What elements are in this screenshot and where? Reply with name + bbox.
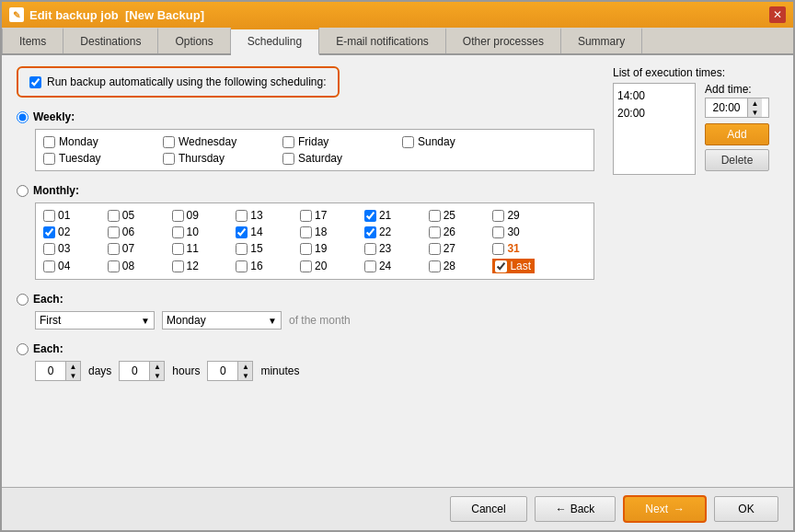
day-friday: Friday xyxy=(282,135,402,148)
cancel-button[interactable]: Cancel xyxy=(450,496,526,522)
tab-items[interactable]: Items xyxy=(2,28,63,53)
tab-email[interactable]: E-mail notifications xyxy=(319,28,446,53)
minutes-spinbox[interactable]: ▲ ▼ xyxy=(207,361,253,381)
month-13: 13 xyxy=(236,209,278,222)
execution-panel: List of execution times: 14:00 20:00 Add… xyxy=(613,66,778,394)
month-20: 20 xyxy=(300,259,342,273)
hours-down-btn[interactable]: ▼ xyxy=(149,371,164,380)
month-24: 24 xyxy=(364,259,407,273)
month-25: 25 xyxy=(429,209,471,222)
monthly-radio-label[interactable]: Monthly: xyxy=(17,184,594,197)
run-backup-container: Run backup automatically using the follo… xyxy=(17,66,340,98)
month-12: 12 xyxy=(172,259,214,273)
day-thursday-checkbox[interactable] xyxy=(163,153,175,165)
day-monday-checkbox[interactable] xyxy=(43,136,55,148)
minutes-up-btn[interactable]: ▲ xyxy=(237,362,252,371)
month-08: 08 xyxy=(108,259,150,273)
month-05: 05 xyxy=(108,209,150,222)
add-button[interactable]: Add xyxy=(705,123,769,145)
month-23: 23 xyxy=(364,242,407,255)
first-dropdown[interactable]: First ▼ xyxy=(35,311,155,330)
delete-button[interactable]: Delete xyxy=(705,149,769,171)
days-input[interactable] xyxy=(36,364,65,378)
each-period-radio-label[interactable]: Each: xyxy=(17,342,594,355)
execution-time-1400: 14:00 xyxy=(617,87,691,105)
add-time-input[interactable] xyxy=(706,100,747,115)
hours-input[interactable] xyxy=(120,364,149,378)
tab-other[interactable]: Other processes xyxy=(446,28,561,53)
month-21: 21 xyxy=(364,209,407,222)
days-down-btn[interactable]: ▼ xyxy=(65,371,80,380)
weekly-radio-label[interactable]: Weekly: xyxy=(17,110,594,123)
execution-time-list[interactable]: 14:00 20:00 xyxy=(613,83,696,175)
month-11: 11 xyxy=(172,242,214,255)
day-sunday: Sunday xyxy=(402,135,522,148)
days-spinbox[interactable]: ▲ ▼ xyxy=(35,361,81,381)
execution-list-label: List of execution times: xyxy=(613,66,778,79)
month-04: 04 xyxy=(43,259,86,273)
minutes-down-btn[interactable]: ▼ xyxy=(237,371,252,380)
day-dropdown[interactable]: Monday ▼ xyxy=(162,311,282,330)
next-button[interactable]: Next → xyxy=(623,495,707,523)
month-02: 02 xyxy=(43,226,86,238)
month-27: 27 xyxy=(429,242,471,255)
tab-summary[interactable]: Summary xyxy=(561,28,642,53)
app-icon: ✎ xyxy=(9,7,24,22)
month-17: 17 xyxy=(300,209,342,222)
months-grid: 01 05 09 13 17 21 25 29 02 06 10 14 xyxy=(35,202,594,280)
month-26: 26 xyxy=(429,226,471,238)
month-last: Last xyxy=(492,259,535,273)
run-backup-checkbox[interactable] xyxy=(29,76,41,88)
minutes-input[interactable] xyxy=(208,364,237,378)
month-03: 03 xyxy=(43,242,86,255)
monthly-section: Monthly: 01 05 09 13 17 21 25 29 xyxy=(17,184,594,280)
month-14: 14 xyxy=(236,226,278,238)
hours-up-btn[interactable]: ▲ xyxy=(149,362,164,371)
month-15: 15 xyxy=(236,242,278,255)
month-01: 01 xyxy=(43,209,86,222)
day-wednesday: Wednesday xyxy=(163,135,282,148)
day-wednesday-checkbox[interactable] xyxy=(163,136,175,148)
month-30: 30 xyxy=(492,226,535,238)
weekly-radio[interactable] xyxy=(17,111,29,123)
days-up-btn[interactable]: ▲ xyxy=(65,362,80,371)
tab-options[interactable]: Options xyxy=(158,28,230,53)
day-friday-checkbox[interactable] xyxy=(282,136,294,148)
tab-scheduling[interactable]: Scheduling xyxy=(231,28,319,55)
month-19: 19 xyxy=(300,242,342,255)
time-down-btn[interactable]: ▼ xyxy=(747,108,762,117)
add-time-spinbox[interactable]: ▲ ▼ xyxy=(705,98,769,118)
day-sunday-checkbox[interactable] xyxy=(402,136,414,148)
next-arrow-icon: → xyxy=(674,503,685,515)
time-up-btn[interactable]: ▲ xyxy=(747,98,762,108)
each-monthly-radio[interactable] xyxy=(17,294,29,306)
first-dropdown-arrow: ▼ xyxy=(141,316,150,326)
month-28: 28 xyxy=(429,259,471,273)
each-period-radio[interactable] xyxy=(17,343,29,355)
each-monthly-radio-label[interactable]: Each: xyxy=(17,293,594,306)
day-monday: Monday xyxy=(43,135,163,148)
month-10: 10 xyxy=(172,226,214,238)
month-06: 06 xyxy=(108,226,150,238)
day-dropdown-arrow: ▼ xyxy=(268,316,277,326)
back-button[interactable]: ← Back xyxy=(535,496,616,522)
month-22: 22 xyxy=(364,226,407,238)
run-backup-label: Run backup automatically using the follo… xyxy=(47,75,327,88)
ok-button[interactable]: OK xyxy=(714,496,778,522)
tab-bar: Items Destinations Options Scheduling E-… xyxy=(2,28,793,55)
close-button[interactable]: ✕ xyxy=(769,6,786,23)
execution-time-2000: 20:00 xyxy=(617,105,691,122)
each-monthly-section: Each: First ▼ Monday ▼ of the month xyxy=(17,293,594,330)
tab-destinations[interactable]: Destinations xyxy=(63,28,158,53)
month-31: 31 xyxy=(492,242,535,255)
day-thursday: Thursday xyxy=(163,152,282,165)
day-tuesday-checkbox[interactable] xyxy=(43,153,55,165)
hours-spinbox[interactable]: ▲ ▼ xyxy=(119,361,165,381)
day-saturday-checkbox[interactable] xyxy=(282,153,294,165)
month-29: 29 xyxy=(492,209,535,222)
each-period-section: Each: ▲ ▼ days xyxy=(17,342,594,381)
monthly-radio[interactable] xyxy=(17,185,29,197)
days-grid: Monday Wednesday Friday Sunday xyxy=(35,129,594,171)
back-arrow-icon: ← xyxy=(556,503,567,515)
month-09: 09 xyxy=(172,209,214,222)
